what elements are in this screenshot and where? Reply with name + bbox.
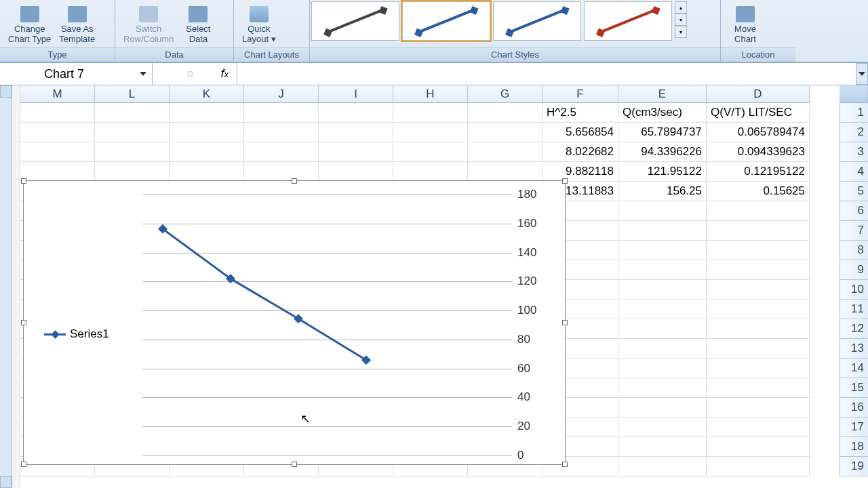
chart-style-thumb[interactable] <box>493 1 581 41</box>
column-header[interactable]: K <box>170 85 244 103</box>
cell[interactable] <box>319 103 393 123</box>
cell[interactable] <box>707 359 810 378</box>
cell[interactable] <box>707 457 810 476</box>
cell[interactable] <box>618 457 707 476</box>
cell[interactable] <box>707 201 810 221</box>
cell[interactable] <box>618 437 707 457</box>
cell[interactable] <box>618 378 707 398</box>
vertical-scrollbar-left[interactable] <box>0 85 12 488</box>
column-header[interactable]: F <box>542 85 618 103</box>
column-header[interactable]: D <box>707 85 810 103</box>
cell[interactable] <box>468 123 542 142</box>
cell[interactable] <box>170 123 244 142</box>
cell[interactable]: Q(cm3/sec) <box>618 103 707 123</box>
cell[interactable] <box>707 280 810 300</box>
cell[interactable] <box>618 339 707 359</box>
cell[interactable]: H^2.5 <box>542 103 618 123</box>
column-header[interactable]: E <box>618 85 707 103</box>
cell[interactable] <box>244 142 319 162</box>
cell[interactable] <box>707 221 810 241</box>
fx-button[interactable]: ○fx <box>153 63 237 85</box>
select-data-button[interactable]: SelectData <box>178 1 218 45</box>
column-header[interactable]: I <box>319 85 393 103</box>
cell[interactable]: 0.15625 <box>707 182 810 201</box>
cell[interactable]: 121.95122 <box>618 162 707 182</box>
cell[interactable] <box>95 123 170 142</box>
row-header[interactable]: 19 <box>840 457 868 476</box>
cell[interactable]: 0.12195122 <box>707 162 810 182</box>
column-header[interactable]: H <box>393 85 468 103</box>
column-header[interactable]: G <box>468 85 542 103</box>
cell[interactable] <box>707 241 810 260</box>
cell[interactable] <box>95 162 170 182</box>
cell[interactable] <box>393 162 468 182</box>
cell[interactable] <box>618 300 707 319</box>
row-header[interactable]: 18 <box>840 437 868 457</box>
cell[interactable] <box>707 260 810 280</box>
name-box[interactable]: Chart 7 <box>0 63 153 85</box>
chart-style-thumb[interactable] <box>311 1 399 41</box>
row-header[interactable]: 7 <box>840 221 868 241</box>
cell[interactable] <box>618 359 707 378</box>
row-header[interactable]: 10 <box>840 280 868 300</box>
row-header[interactable]: 14 <box>840 359 868 378</box>
row-header[interactable]: 4 <box>840 162 868 182</box>
cell[interactable] <box>393 142 468 162</box>
quick-layout-button[interactable]: QuickLayout ▾ <box>238 1 280 45</box>
cell[interactable] <box>393 103 468 123</box>
row-header[interactable]: 13 <box>840 339 868 359</box>
cell[interactable] <box>20 142 95 162</box>
cell[interactable] <box>170 103 244 123</box>
cell[interactable] <box>319 142 393 162</box>
row-header[interactable]: 5 <box>840 182 868 201</box>
row-header[interactable]: 6 <box>840 201 868 221</box>
row-header[interactable]: 3 <box>840 142 868 162</box>
outline-bar[interactable] <box>12 85 20 488</box>
formula-input[interactable] <box>237 63 856 85</box>
cell[interactable]: 9.882118 <box>542 162 618 182</box>
cell[interactable] <box>618 201 707 221</box>
cell[interactable] <box>707 319 810 339</box>
switch-row-column-button[interactable]: SwitchRow/Column <box>119 1 178 45</box>
cell[interactable] <box>618 280 707 300</box>
cell[interactable] <box>618 260 707 280</box>
cell[interactable] <box>707 378 810 398</box>
cell[interactable]: 94.3396226 <box>618 142 707 162</box>
chevron-down-icon[interactable] <box>140 72 146 76</box>
cell[interactable]: 0.094339623 <box>707 142 810 162</box>
row-header[interactable]: 15 <box>840 378 868 398</box>
gallery-scroll[interactable]: ▾ <box>675 26 687 38</box>
row-header[interactable]: 12 <box>840 319 868 339</box>
cell[interactable]: 5.656854 <box>542 123 618 142</box>
cell[interactable] <box>618 241 707 260</box>
cell[interactable] <box>244 123 319 142</box>
grid[interactable]: MLKJIHGFED H^2.5Q(cm3/sec)Q(V/T) LIT/SEC… <box>20 85 840 488</box>
cell[interactable] <box>707 418 810 437</box>
cell[interactable] <box>393 123 468 142</box>
chart-style-thumb[interactable] <box>584 1 672 41</box>
cell[interactable] <box>95 103 170 123</box>
row-header[interactable]: 9 <box>840 260 868 280</box>
cell[interactable] <box>468 162 542 182</box>
cell[interactable]: Q(V/T) LIT/SEC <box>707 103 810 123</box>
cell[interactable] <box>244 162 319 182</box>
cell[interactable] <box>95 142 170 162</box>
row-header[interactable]: 16 <box>840 398 868 418</box>
save-as-template-button[interactable]: Save AsTemplate <box>55 1 99 45</box>
chart-legend[interactable]: Series1 <box>44 327 109 341</box>
cell[interactable] <box>170 142 244 162</box>
cell[interactable] <box>319 123 393 142</box>
chart-style-thumb[interactable] <box>402 1 490 41</box>
cell[interactable] <box>319 162 393 182</box>
cell[interactable] <box>468 103 542 123</box>
column-header[interactable]: J <box>244 85 319 103</box>
row-header[interactable]: 11 <box>840 300 868 319</box>
move-chart-button[interactable]: MoveChart <box>725 1 766 45</box>
cell[interactable] <box>468 142 542 162</box>
cell[interactable] <box>618 319 707 339</box>
row-header[interactable]: 1 <box>840 103 868 123</box>
gallery-scroll[interactable]: ▾ <box>675 14 687 26</box>
row-header[interactable]: 2 <box>840 123 868 142</box>
select-all[interactable] <box>840 85 868 103</box>
cell[interactable] <box>20 162 95 182</box>
